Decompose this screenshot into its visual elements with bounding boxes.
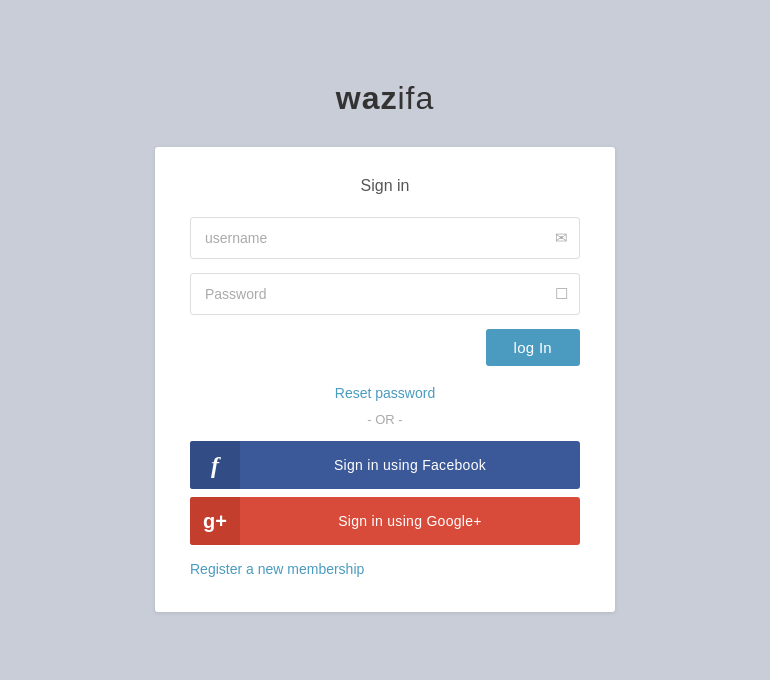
or-divider: - OR - [190, 412, 580, 427]
reset-password-row: Reset password [190, 384, 580, 402]
facebook-login-button[interactable]: f Sign in using Facebook [190, 441, 580, 489]
register-link-row: Register a new membership [190, 561, 580, 577]
username-group [190, 217, 580, 259]
facebook-icon-box: f [190, 441, 240, 489]
logo-light: ifa [397, 80, 434, 116]
reset-password-link[interactable]: Reset password [335, 385, 435, 401]
facebook-icon: f [211, 452, 219, 479]
facebook-button-label: Sign in using Facebook [240, 457, 580, 473]
google-login-button[interactable]: g+ Sign in using Google+ [190, 497, 580, 545]
logo: wazifa [336, 80, 434, 117]
google-icon-box: g+ [190, 497, 240, 545]
login-card: Sign in log In Reset password - OR - f S… [155, 147, 615, 612]
login-button[interactable]: log In [486, 329, 581, 366]
register-link[interactable]: Register a new membership [190, 561, 364, 577]
card-title: Sign in [190, 177, 580, 195]
logo-bold: waz [336, 80, 398, 116]
password-toggle-icon[interactable] [555, 285, 568, 303]
password-input[interactable] [190, 273, 580, 315]
password-group [190, 273, 580, 315]
google-button-label: Sign in using Google+ [240, 513, 580, 529]
google-plus-icon: g+ [203, 510, 227, 533]
login-btn-row: log In [190, 329, 580, 366]
username-input[interactable] [190, 217, 580, 259]
envelope-icon [555, 229, 568, 247]
